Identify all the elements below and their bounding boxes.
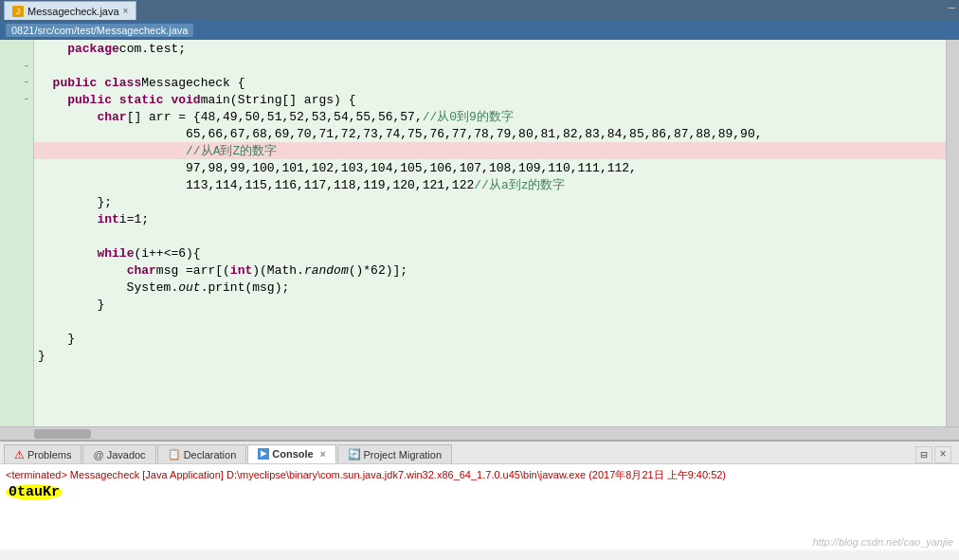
gutter-line-4 (0, 107, 33, 124)
gutter-line-13 (0, 259, 33, 276)
editor-tab-bar: J Messagecheck.java × (4, 0, 136, 21)
code-line-arr4: 97,98,99,100,101,102,103,104,105,106,107… (34, 159, 946, 176)
console-output: 0tauKr (6, 484, 953, 500)
gutter-line-20 (0, 376, 33, 393)
code-line-class: public class Messagecheck { (34, 74, 946, 91)
gutter-line-2: - (0, 73, 33, 90)
editor-tab-label: Messagecheck.java (27, 6, 119, 17)
editor-tab-close[interactable]: × (123, 6, 129, 16)
tab-project-migration[interactable]: 🔄 Project Migration (337, 444, 453, 463)
console-icon: ▶ (258, 448, 269, 460)
code-line-arr2: 65,66,67,68,69,70,71,72,73,74,75,76,77,7… (34, 125, 946, 142)
code-line-blank3 (34, 313, 946, 330)
terminated-line: <terminated> Messagecheck [Java Applicat… (6, 468, 953, 482)
gutter-line-19 (0, 359, 33, 376)
tab-migration-label: Project Migration (364, 449, 443, 461)
tab-javadoc[interactable]: @ Javadoc (82, 444, 155, 463)
java-file-icon: J (12, 6, 24, 17)
gutter-line-21 (0, 392, 33, 409)
code-line-blank1 (34, 57, 946, 74)
code-line-main: public static void main(String[] args) { (34, 91, 946, 108)
gutter-line-18 (0, 342, 33, 359)
gutter-line-17 (0, 325, 33, 342)
migration-icon: 🔄 (348, 448, 361, 461)
gutter-line-6 (0, 140, 33, 157)
tab-problems-label: Problems (27, 449, 71, 461)
code-line-pkg: package com.test; (34, 40, 946, 57)
filepath-bar: 0821/src/com/test/Messagecheck.java (0, 21, 959, 40)
code-line-arr5: 113,114,115,116,117,118,119,120,121,122/… (34, 176, 946, 193)
filepath-label: 0821/src/com/test/Messagecheck.java (6, 24, 193, 37)
gutter-line-5 (0, 124, 33, 141)
horizontal-scrollbar[interactable] (0, 426, 959, 440)
code-line-while: while(i++<=6){ (34, 244, 946, 262)
code-line-blank2 (34, 227, 946, 244)
code-editor[interactable]: - - - package com.test; public class (0, 40, 959, 426)
code-line-close-while: } (34, 296, 946, 313)
console-close[interactable]: × (320, 449, 326, 460)
code-line-close-main: } (34, 330, 946, 347)
gutter-line-8 (0, 174, 33, 191)
declaration-icon: 📋 (168, 448, 181, 461)
gutter-line-15 (0, 292, 33, 309)
code-line-close-arr: }; (34, 193, 946, 210)
code-line-print: System.out.print(msg); (34, 279, 946, 296)
gutter-line-7 (0, 157, 33, 174)
problems-icon: ⚠ (14, 448, 25, 461)
vertical-scrollbar[interactable] (946, 40, 959, 426)
gutter-line-11 (0, 225, 33, 242)
code-line-int: int i=1; (34, 210, 946, 227)
gutter-line-14 (0, 275, 33, 292)
tab-javadoc-label: Javadoc (107, 449, 146, 461)
tab-problems[interactable]: ⚠ Problems (4, 444, 81, 463)
watermark: http://blog.csdn.net/cao_yanjie (812, 536, 953, 548)
code-line-close-class: } (34, 347, 946, 364)
console-output-area: <terminated> Messagecheck [Java Applicat… (0, 464, 959, 550)
tab-declaration[interactable]: 📋 Declaration (157, 444, 247, 463)
code-lines[interactable]: package com.test; public class Messagech… (34, 40, 946, 426)
gutter-line-3: - (0, 90, 33, 107)
line-gutter: - - - (0, 40, 34, 426)
code-line-arr1: char[] arr = {48,49,50,51,52,53,54,55,56… (34, 108, 946, 125)
panel-action-icons: ⊟ × (915, 446, 955, 463)
window-close-button[interactable]: — (949, 2, 955, 15)
gutter-line-pkg (0, 40, 33, 57)
panel-minimize-icon[interactable]: ⊟ (915, 446, 932, 463)
gutter-line-22 (0, 409, 33, 426)
editor-tab[interactable]: J Messagecheck.java × (4, 1, 136, 20)
output-highlight: 0tauKr (6, 484, 63, 500)
tab-console[interactable]: ▶ Console × (247, 444, 335, 463)
code-line-msg: char msg =arr[(int)(Math.random()*62)]; (34, 262, 946, 279)
tab-declaration-label: Declaration (184, 449, 237, 461)
gutter-line-12 (0, 242, 33, 259)
panel-close-icon[interactable]: × (934, 446, 951, 463)
javadoc-icon: @ (93, 449, 103, 461)
gutter-line-9 (0, 191, 33, 208)
gutter-line-16 (0, 309, 33, 326)
bottom-panel: ⚠ Problems @ Javadoc 📋 Declaration ▶ Con… (0, 440, 959, 551)
gutter-line-10 (0, 208, 33, 225)
gutter-line-1: - (0, 57, 33, 74)
code-line-arr3: //从A到Z的数字 (34, 142, 946, 159)
bottom-tab-bar: ⚠ Problems @ Javadoc 📋 Declaration ▶ Con… (0, 442, 959, 464)
tab-console-label: Console (272, 448, 313, 460)
title-bar: J Messagecheck.java × — (0, 0, 959, 21)
